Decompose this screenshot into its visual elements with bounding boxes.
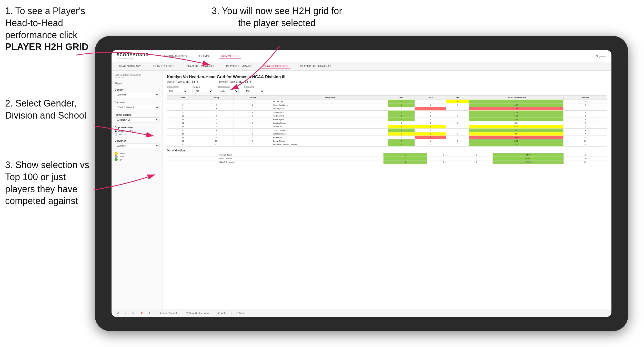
col-div: # Div <box>167 96 199 100</box>
table-cell-win: 0 <box>388 136 415 139</box>
table-cell-ood-loss: 0 <box>427 157 460 160</box>
sub-nav-team-h2h-heatmap[interactable]: TEAM H2H HEATMAP <box>184 64 216 69</box>
table-cell-loss: 1 <box>415 139 446 143</box>
sub-nav-player-h2h-heatmap[interactable]: PLAYER H2H HEATMAP <box>298 64 333 69</box>
filter-opponents-label: Opponents: <box>167 86 187 88</box>
sign-out-link[interactable]: Sign out <box>596 55 606 58</box>
nav-committee[interactable]: COMMITTEE <box>219 53 241 59</box>
table-cell-rounds: 9 <box>564 125 607 129</box>
legend-up: Up <box>115 158 159 161</box>
table-cell-loss: 0 <box>415 103 446 107</box>
filter-opponent-select[interactable]: (All) <box>244 89 264 93</box>
legend-down-dot <box>115 152 118 155</box>
legend-level-dot <box>115 155 118 158</box>
table-cell-loss: 0 <box>415 121 446 125</box>
table-cell-opponent: Jessica Huang <box>272 121 388 125</box>
table-cell-conf: 2 <box>234 103 272 107</box>
sub-nav-player-h2h-grid[interactable]: PLAYER H2H GRID <box>261 64 291 69</box>
sub-nav-team-summary[interactable]: TEAM SUMMARY <box>117 64 143 69</box>
table-cell-tie: 0 <box>446 132 469 136</box>
table-cell-ood-loss: 0 <box>427 153 460 157</box>
toolbar-divider-4 <box>232 311 232 315</box>
nav-bar: SCOREBOARD Powered by clippd TOURNAMENTS… <box>112 50 611 62</box>
watch-btn[interactable]: 👁 Watch <box>216 311 228 315</box>
refresh-btn[interactable]: ⟳ <box>147 311 152 315</box>
table-cell-rounds: 4 <box>564 100 607 103</box>
undo-btn[interactable]: ↺ <box>116 311 120 315</box>
sidebar-division-label: Division <box>115 101 159 104</box>
table-cell-ood-name: NCAA Division 2 <box>218 160 384 164</box>
col-win: Win <box>388 96 415 100</box>
undo2-btn[interactable]: ↺ <box>123 311 128 315</box>
table-cell-win: 1 <box>388 132 415 136</box>
view-icon: 👁 <box>159 312 162 314</box>
table-cell-diff: -0.94 <box>469 132 563 136</box>
filter-conference-select[interactable]: (All) <box>218 89 239 93</box>
table-cell-tie: 0 <box>446 111 469 114</box>
sidebar-radio-opponents[interactable]: Opponents Played <box>115 130 159 132</box>
nav-teams[interactable]: TEAMS <box>197 54 211 59</box>
col-loss: Loss <box>415 96 446 100</box>
pin-btn[interactable]: 📌 <box>139 311 144 315</box>
table-cell-tie: 0 <box>446 103 469 107</box>
table-cell-ood-name: NAIA Division 1 <box>218 157 384 160</box>
legend-level: Level <box>115 155 159 158</box>
table-cell-conf: 3 <box>234 114 272 118</box>
table-cell-div: 10 <box>167 114 199 118</box>
table-cell-reg: 8 <box>199 129 234 132</box>
sidebar-division-section: Division NCAA Division III NCAA Division… <box>115 101 159 110</box>
tablet-frame: SCOREBOARD Powered by clippd TOURNAMENTS… <box>95 36 628 331</box>
table-cell-reg: 7 <box>199 125 234 129</box>
nav-tournaments[interactable]: TOURNAMENTS <box>162 54 189 59</box>
table-cell-loss: 2 <box>415 136 446 139</box>
table-cell-loss: 0 <box>415 111 446 114</box>
filter-opponents-select[interactable]: (All) <box>167 89 187 93</box>
bottom-toolbar: ↺ ↺ ↻ 📌 ⟳ 👁 View: Original 💾 Save Custom… <box>112 309 611 317</box>
share-btn[interactable]: ↗ Share <box>235 311 246 315</box>
redo-btn[interactable]: ↻ <box>131 311 136 315</box>
logo-sub: Powered by clippd <box>117 57 149 60</box>
table-cell-rounds: 7 <box>564 132 607 136</box>
sidebar-gender-select[interactable]: Women's Men's <box>115 92 159 97</box>
table-cell-diff: 3.67 <box>469 111 563 114</box>
save-custom-btn[interactable]: 💾 Save Custom View <box>184 311 210 315</box>
table-cell-rounds: 3 <box>564 118 607 121</box>
table-cell-opponent: Heejo Hyun <box>272 118 388 121</box>
sidebar-colour-section: Colour by Win/loss <box>115 139 159 148</box>
table-cell-win: 1 <box>388 103 415 107</box>
watch-label: Watch <box>221 312 227 314</box>
sidebar-radio-top100[interactable]: Top 100 <box>115 133 159 136</box>
table-cell-loss: 2 <box>415 132 446 136</box>
sub-nav-team-h2h-grid[interactable]: TEAM H2H GRID <box>151 64 177 69</box>
table-cell-ood-win: 1 <box>384 153 427 157</box>
table-cell-opponent: Sydney Kuo <box>272 107 388 111</box>
filter-region-select[interactable]: (All) <box>193 89 213 93</box>
table-cell-opponent: Sharon Mun <box>272 111 388 114</box>
sub-nav-player-summary[interactable]: PLAYER SUMMARY <box>224 64 254 69</box>
table-cell-reg: 3 <box>199 107 234 111</box>
sidebar-division-select[interactable]: NCAA Division III NCAA Division I NCAA D… <box>115 105 159 110</box>
sidebar-timestamp: Last Updated: 27/03/2024 16:55:38 <box>115 74 159 79</box>
table-cell-ood-loss: 0 <box>427 160 460 164</box>
sidebar-player-rank-select[interactable]: 8. Katelyn Vo <box>115 117 159 122</box>
col-opponent: Opponent <box>272 96 388 100</box>
table-cell-win: 1 <box>388 100 415 103</box>
table-cell-diff: -3.00 <box>469 121 563 125</box>
table-cell-rounds: 4 <box>564 114 607 118</box>
instruction-top-right: 3. You will now see H2H grid for the pla… <box>205 5 349 29</box>
table-cell-div: 6 <box>167 107 199 111</box>
table-cell-ood-label <box>167 160 218 164</box>
table-cell-reg: 1 <box>199 100 234 103</box>
sidebar-colour-select[interactable]: Win/loss <box>115 143 159 148</box>
instruction-mid-left: 2. Select Gender, Division and School <box>5 98 90 122</box>
sidebar-player-rank-section: Player (Rank) 8. Katelyn Vo <box>115 113 159 122</box>
view-original-btn[interactable]: 👁 View: Original <box>158 311 178 315</box>
share-icon: ↗ <box>236 312 238 314</box>
main-data-table: # Div # Reg # Conf Opponent Win Loss Tie… <box>167 95 607 147</box>
table-cell-tie: 0 <box>446 129 469 132</box>
filter-row: Opponents: (All) Region (All) Conference <box>167 86 607 93</box>
table-cell-div: 19 <box>167 139 199 143</box>
table-cell-reg: 6 <box>199 114 234 118</box>
overall-record: Overall Record: 353 - 34 - 6 <box>167 80 198 83</box>
table-cell-diff: 4.00 <box>469 114 563 118</box>
